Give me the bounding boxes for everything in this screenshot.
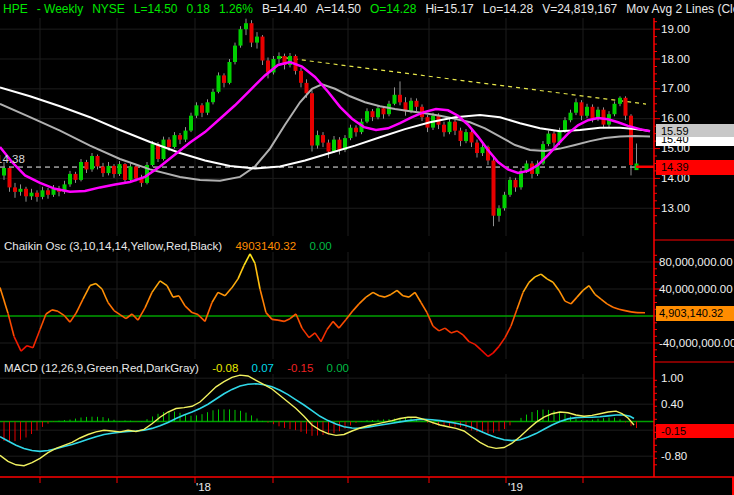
ma-white-axis-badge: 15.59 [656, 124, 734, 138]
quote-field: Hi=15.17 [425, 2, 473, 16]
chaikin-pane-title: Chaikin Osc (3,10,14,14,Yellow,Red,Black… [4, 240, 332, 252]
ma-magenta-line [0, 62, 650, 192]
macd-histogram [4, 409, 637, 441]
quote-field: A=14.50 [316, 2, 361, 16]
price-alert-label[interactable]: 14.38 [0, 153, 25, 165]
quote-fields: L=14.500.181.26%B=14.40A=14.50O=14.28Hi=… [134, 2, 734, 16]
quote-field: 0.18 [187, 2, 210, 16]
macd-signal-line [0, 384, 634, 452]
quote-field: L=14.50 [134, 2, 178, 16]
quote-field: B=14.40 [262, 2, 307, 16]
macd-hist-value: -0.15 [287, 362, 313, 374]
chaikin-zero-value: 0.00 [309, 240, 331, 252]
macd-value: -0.08 [212, 362, 238, 374]
macd-axis-badge: -0.15 [656, 424, 734, 438]
macd-zero-value: 0.00 [327, 362, 349, 374]
quote-field: O=14.28 [370, 2, 416, 16]
quote-field: V=24,819,167 [542, 2, 617, 16]
macd-signal-value: 0.07 [252, 362, 274, 374]
chaikin-value: 4903140.32 [235, 240, 296, 252]
exchange-label: NYSE [92, 2, 125, 16]
period-label: - Weekly [37, 2, 83, 16]
quote-field: Mov Avg 2 Lines (Close [626, 2, 734, 16]
chaikin-line [0, 254, 645, 357]
macd-title-text: MACD (12,26,9,Green,Red,DarkGray) [4, 362, 199, 374]
chaikin-axis-badge: 4,903,140.32 [656, 306, 734, 321]
macd-line [0, 375, 634, 466]
candles [2, 19, 639, 227]
ma-gray-axis-badge: 15.40 [656, 137, 734, 146]
quote-field: 1.26% [219, 2, 253, 16]
macd-pane-title: MACD (12,26,9,Green,Red,DarkGray) -0.08 … [4, 362, 349, 374]
symbol-label: HPE [3, 2, 28, 16]
quote-field: Lo=14.28 [483, 2, 533, 16]
quote-header: HPE - Weekly NYSE L=14.500.181.26%B=14.4… [0, 0, 734, 17]
chart-window: HPE - Weekly NYSE L=14.500.181.26%B=14.4… [0, 0, 734, 495]
chaikin-title-text: Chaikin Osc (3,10,14,14,Yellow,Red,Black… [4, 240, 222, 252]
last-price-axis-badge: 14.39 [656, 160, 734, 175]
